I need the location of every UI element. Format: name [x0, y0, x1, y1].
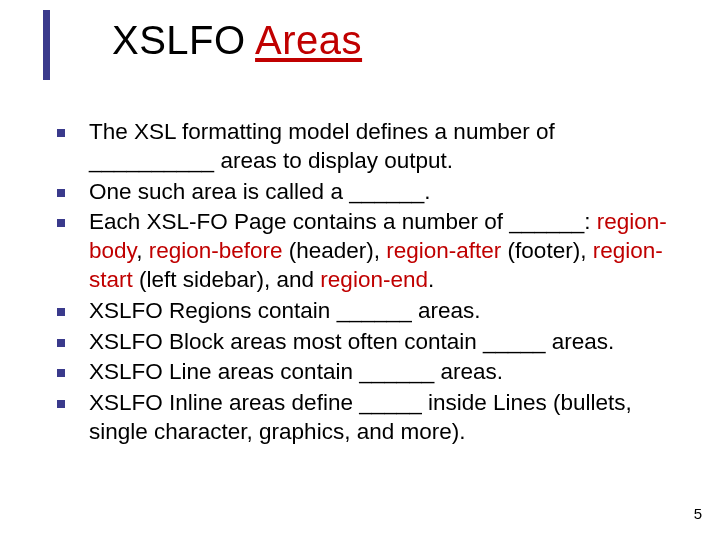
list-item: XSLFO Regions contain ______ areas.: [55, 297, 675, 326]
list-item: XSLFO Line areas contain ______ areas.: [55, 358, 675, 387]
list-item-text: One such area is called a ______.: [89, 178, 675, 207]
list-item: XSLFO Block areas most often contain ___…: [55, 328, 675, 357]
list-item-text: XSLFO Inline areas define _____ inside L…: [89, 389, 675, 447]
list-item-text: Each XSL-FO Page contains a number of __…: [89, 208, 675, 294]
square-bullet-icon: [57, 339, 65, 347]
square-bullet-icon: [57, 219, 65, 227]
list-item-text: XSLFO Regions contain ______ areas.: [89, 297, 675, 326]
list-item: The XSL formatting model defines a numbe…: [55, 118, 675, 176]
square-bullet-icon: [57, 129, 65, 137]
bullet-list: The XSL formatting model defines a numbe…: [55, 118, 675, 449]
title-word-2: Areas: [255, 18, 362, 62]
title-word-1: XSLFO: [112, 18, 246, 62]
list-item-text: The XSL formatting model defines a numbe…: [89, 118, 675, 176]
list-item: Each XSL-FO Page contains a number of __…: [55, 208, 675, 294]
square-bullet-icon: [57, 400, 65, 408]
list-item-text: XSLFO Block areas most often contain ___…: [89, 328, 675, 357]
slide-title: XSLFO Areas: [112, 18, 362, 62]
title-accent-bar: [43, 10, 50, 80]
list-item: XSLFO Inline areas define _____ inside L…: [55, 389, 675, 447]
square-bullet-icon: [57, 189, 65, 197]
slide: XSLFO Areas The XSL formatting model def…: [0, 0, 720, 540]
square-bullet-icon: [57, 369, 65, 377]
square-bullet-icon: [57, 308, 65, 316]
page-number: 5: [694, 505, 702, 522]
list-item: One such area is called a ______.: [55, 178, 675, 207]
list-item-text: XSLFO Line areas contain ______ areas.: [89, 358, 675, 387]
